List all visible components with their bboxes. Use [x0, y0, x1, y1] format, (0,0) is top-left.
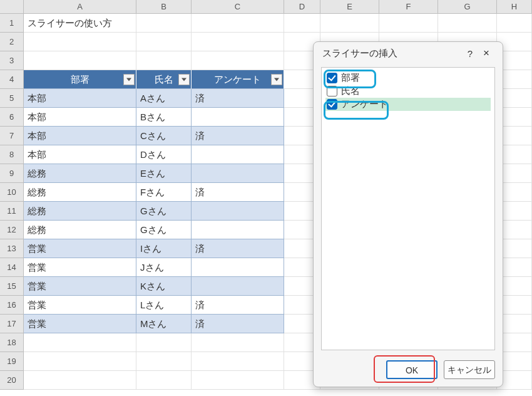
- row-header[interactable]: 4: [0, 70, 24, 89]
- cell[interactable]: 済: [192, 296, 284, 315]
- row-header[interactable]: 7: [0, 127, 24, 145]
- row-header[interactable]: 1: [0, 14, 24, 33]
- cell[interactable]: [192, 145, 284, 164]
- cell[interactable]: 部署: [24, 70, 136, 89]
- cell[interactable]: [192, 14, 284, 33]
- cell[interactable]: [192, 33, 284, 51]
- cell[interactable]: Bさん: [136, 108, 192, 127]
- row-header[interactable]: 2: [0, 33, 24, 51]
- cell[interactable]: [284, 14, 320, 33]
- cell[interactable]: [320, 14, 379, 33]
- ok-button[interactable]: OK: [386, 360, 437, 379]
- filter-dropdown-button[interactable]: [271, 74, 282, 85]
- cell[interactable]: [24, 371, 136, 390]
- row-header[interactable]: 13: [0, 239, 24, 258]
- row-header[interactable]: 18: [0, 333, 24, 352]
- dialog-help-button[interactable]: ?: [463, 48, 478, 59]
- cell[interactable]: [136, 352, 192, 371]
- cell[interactable]: [379, 14, 438, 33]
- cell[interactable]: 本部: [24, 145, 136, 164]
- row-header[interactable]: 8: [0, 145, 24, 164]
- col-header-B[interactable]: B: [136, 0, 192, 13]
- cell[interactable]: 営業: [24, 315, 136, 333]
- row-header[interactable]: 16: [0, 296, 24, 315]
- slicer-field-option[interactable]: 部署: [325, 71, 491, 85]
- cell[interactable]: [497, 14, 532, 33]
- col-header-H[interactable]: H: [497, 0, 532, 13]
- cell[interactable]: [192, 371, 284, 390]
- cell[interactable]: 営業: [24, 239, 136, 258]
- cell[interactable]: [136, 51, 192, 70]
- cell[interactable]: 本部: [24, 108, 136, 127]
- row-header[interactable]: 14: [0, 258, 24, 277]
- cell[interactable]: 済: [192, 127, 284, 145]
- row-header[interactable]: 10: [0, 183, 24, 202]
- cell[interactable]: 済: [192, 315, 284, 333]
- cell[interactable]: Gさん: [136, 221, 192, 239]
- cell[interactable]: 済: [192, 89, 284, 108]
- filter-dropdown-button[interactable]: [178, 74, 190, 85]
- cell[interactable]: [136, 33, 192, 51]
- cell[interactable]: Jさん: [136, 258, 192, 277]
- cell[interactable]: 済: [192, 239, 284, 258]
- cell[interactable]: [192, 333, 284, 352]
- cell[interactable]: [192, 221, 284, 239]
- filter-dropdown-button[interactable]: [123, 74, 135, 85]
- cell[interactable]: [192, 202, 284, 221]
- col-header-G[interactable]: G: [438, 0, 497, 13]
- row-header[interactable]: 19: [0, 352, 24, 371]
- cell[interactable]: スライサーの使い方: [24, 14, 136, 33]
- col-header-D[interactable]: D: [284, 0, 320, 13]
- cell[interactable]: [192, 108, 284, 127]
- cell[interactable]: 本部: [24, 89, 136, 108]
- cell[interactable]: [192, 51, 284, 70]
- cell[interactable]: [192, 164, 284, 183]
- cell[interactable]: 営業: [24, 296, 136, 315]
- slicer-field-option[interactable]: アンケート: [325, 98, 491, 111]
- cell[interactable]: [24, 352, 136, 371]
- row-header[interactable]: 20: [0, 371, 24, 390]
- cell[interactable]: [24, 33, 136, 51]
- row-header[interactable]: 12: [0, 221, 24, 239]
- cell[interactable]: [24, 333, 136, 352]
- cell[interactable]: Aさん: [136, 89, 192, 108]
- checkbox[interactable]: [327, 73, 337, 83]
- row-header[interactable]: 5: [0, 89, 24, 108]
- cell[interactable]: Kさん: [136, 277, 192, 296]
- col-header-E[interactable]: E: [320, 0, 379, 13]
- cell[interactable]: 済: [192, 183, 284, 202]
- cell[interactable]: Mさん: [136, 315, 192, 333]
- cell[interactable]: Dさん: [136, 145, 192, 164]
- cell[interactable]: [192, 352, 284, 371]
- dialog-close-button[interactable]: ×: [478, 47, 495, 60]
- cell[interactable]: [136, 371, 192, 390]
- row-header[interactable]: 6: [0, 108, 24, 127]
- cell[interactable]: 営業: [24, 277, 136, 296]
- cell[interactable]: アンケート: [192, 70, 284, 89]
- row-header[interactable]: 9: [0, 164, 24, 183]
- cell[interactable]: [438, 14, 497, 33]
- checkbox[interactable]: [327, 86, 337, 96]
- cell[interactable]: 氏名: [136, 70, 192, 89]
- cell[interactable]: Iさん: [136, 239, 192, 258]
- col-header-C[interactable]: C: [192, 0, 284, 13]
- select-all-corner[interactable]: [0, 0, 24, 13]
- cell[interactable]: 総務: [24, 221, 136, 239]
- cell[interactable]: Gさん: [136, 202, 192, 221]
- cell[interactable]: Cさん: [136, 127, 192, 145]
- row-header[interactable]: 11: [0, 202, 24, 221]
- cell[interactable]: [136, 14, 192, 33]
- slicer-field-option[interactable]: 氏名: [325, 85, 491, 98]
- cell[interactable]: Lさん: [136, 296, 192, 315]
- cell[interactable]: [192, 277, 284, 296]
- cell[interactable]: 営業: [24, 258, 136, 277]
- cell[interactable]: 本部: [24, 127, 136, 145]
- col-header-F[interactable]: F: [379, 0, 438, 13]
- row-header[interactable]: 3: [0, 51, 24, 70]
- cell[interactable]: Fさん: [136, 183, 192, 202]
- col-header-A[interactable]: A: [24, 0, 136, 13]
- row-header[interactable]: 17: [0, 315, 24, 333]
- cell[interactable]: [24, 51, 136, 70]
- cell[interactable]: Eさん: [136, 164, 192, 183]
- checkbox[interactable]: [327, 99, 337, 110]
